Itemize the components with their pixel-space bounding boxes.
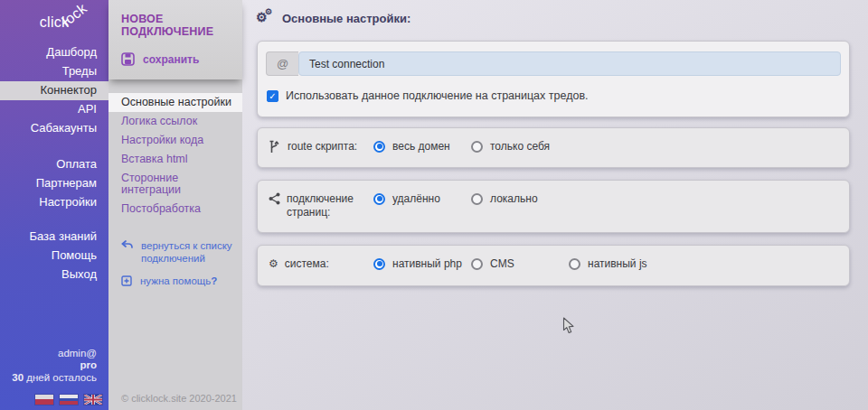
whole-domain-label: весь домен: [392, 140, 450, 153]
sidebar-item-knowledge-base[interactable]: База знаний: [0, 228, 108, 247]
account-email: admin@: [12, 348, 97, 360]
only-self-radio[interactable]: [471, 141, 483, 153]
system-options: нативный php CMS нативный js: [373, 257, 666, 270]
connection-name-input[interactable]: Test connection: [298, 51, 841, 76]
submenu-header: НОВОЕ ПОДКЛЮЧЕНИЕ сохранить: [108, 0, 242, 79]
only-self-label: только себя: [490, 140, 550, 153]
sidebar-item-payment[interactable]: Оплата: [0, 155, 108, 174]
save-button[interactable]: сохранить: [121, 52, 231, 66]
use-on-threads-checkbox[interactable]: [267, 90, 278, 102]
connection-name-panel: @ Test connection Использовать данное по…: [257, 41, 850, 117]
connection-name-group: @ Test connection: [266, 51, 841, 76]
save-icon: [121, 52, 135, 66]
days-text: дней осталось: [24, 372, 97, 383]
page-header: ⚙⚙ Основные настройки:: [242, 0, 868, 26]
page-connection-label-group: подключение страниц:: [269, 192, 373, 219]
days-number: 30: [12, 372, 24, 383]
need-help-link[interactable]: нужна помощь?: [121, 275, 233, 287]
plus-square-icon: [121, 275, 132, 286]
route-scope-label-group: route скрипта:: [269, 140, 373, 154]
page-connection-panel: подключение страниц: удалённо локально: [257, 180, 850, 233]
option-local[interactable]: локально: [471, 192, 569, 205]
submenu-item-postprocessing[interactable]: Постобработка: [108, 200, 242, 219]
clicklock-logo[interactable]: clicklock: [0, 0, 108, 40]
native-js-label: нативный js: [588, 257, 647, 270]
share-icon: [269, 192, 280, 205]
system-label-group: ⚙ система:: [269, 257, 373, 271]
system-panel: ⚙ система: нативный php CMS нативный js: [257, 245, 850, 286]
gear-icon: ⚙: [269, 257, 278, 271]
sidebar-item-subaccounts[interactable]: Сабакаунты: [0, 119, 108, 138]
remote-radio[interactable]: [373, 193, 385, 205]
save-button-label: сохранить: [143, 53, 199, 66]
back-to-list-link[interactable]: вернуться к списку подключений: [121, 239, 233, 265]
system-label: система:: [285, 257, 329, 271]
sidebar-item-dashboard[interactable]: Дашборд: [0, 43, 108, 62]
sidebar-item-partners[interactable]: Партнерам: [0, 174, 108, 193]
submenu-title: НОВОЕ ПОДКЛЮЧЕНИЕ: [121, 13, 231, 38]
gears-icon: ⚙⚙: [256, 10, 274, 26]
sidebar: clicklock Дашборд Треды Коннектор API Са…: [0, 0, 108, 410]
sidebar-item-settings[interactable]: Настройки: [0, 193, 108, 212]
back-to-list-label: вернуться к списку подключений: [141, 239, 233, 265]
whole-domain-radio[interactable]: [373, 141, 385, 153]
sidebar-item-logout[interactable]: Выход: [0, 266, 108, 284]
route-scope-panel: route скрипта: весь домен только себя: [257, 127, 850, 168]
page-connection-options: удалённо локально: [373, 192, 569, 205]
need-help-label: нужна помощь?: [140, 275, 217, 287]
submenu-links: вернуться к списку подключений нужна пом…: [108, 239, 242, 287]
option-native-js[interactable]: нативный js: [569, 257, 666, 270]
route-scope-options: весь домен только себя: [373, 140, 569, 153]
language-switcher: [35, 395, 102, 405]
copyright-text: © clicklock.site 2020-2021: [121, 393, 237, 404]
use-on-threads-label: Использовать данное подключение на стран…: [286, 89, 589, 102]
option-remote[interactable]: удалённо: [373, 192, 471, 205]
sidebar-item-threads[interactable]: Треды: [0, 62, 108, 81]
submenu-item-integrations[interactable]: Сторонние интеграции: [108, 169, 242, 200]
use-on-threads-option[interactable]: Использовать данное подключение на стран…: [267, 89, 849, 102]
submenu-item-html-insert[interactable]: Вставка html: [108, 150, 242, 169]
cms-label: CMS: [490, 257, 514, 270]
local-radio[interactable]: [471, 193, 483, 205]
submenu-list: Основные настройки Логика ссылок Настрой…: [108, 93, 242, 219]
uk-flag[interactable]: [84, 395, 102, 405]
main-content: ⚙⚙ Основные настройки: @ Test connection…: [242, 0, 868, 410]
undo-arrow-icon: [121, 240, 133, 250]
native-php-radio[interactable]: [373, 258, 385, 270]
remote-label: удалённо: [392, 192, 440, 205]
sidebar-item-connector[interactable]: Коннектор: [0, 81, 108, 100]
local-label: локально: [490, 192, 538, 205]
submenu-item-code-settings[interactable]: Настройки кода: [108, 131, 242, 150]
option-whole-domain[interactable]: весь домен: [373, 140, 471, 153]
submenu-item-basic-settings[interactable]: Основные настройки: [108, 93, 242, 112]
page-connection-label: подключение страниц:: [287, 192, 359, 219]
option-only-self[interactable]: только себя: [471, 140, 569, 153]
sidebar-nav: Дашборд Треды Коннектор API Сабакаунты О…: [0, 43, 108, 284]
connection-submenu: НОВОЕ ПОДКЛЮЧЕНИЕ сохранить Основные нас…: [108, 0, 242, 410]
route-icon: [269, 140, 281, 154]
mouse-cursor: [562, 317, 575, 335]
cms-radio[interactable]: [471, 258, 483, 270]
at-sign-icon: @: [266, 51, 298, 76]
route-scope-label: route скрипта:: [288, 140, 357, 154]
poland-flag[interactable]: [35, 395, 53, 405]
sidebar-item-help[interactable]: Помощь: [0, 247, 108, 266]
page-title: Основные настройки:: [282, 12, 410, 25]
account-days-left: 30 дней осталось: [12, 372, 97, 385]
russia-flag[interactable]: [60, 395, 78, 405]
native-php-label: нативный php: [392, 257, 462, 270]
native-js-radio[interactable]: [569, 258, 580, 270]
account-plan: pro: [12, 359, 97, 372]
option-cms[interactable]: CMS: [471, 257, 569, 270]
option-native-php[interactable]: нативный php: [373, 257, 471, 270]
account-info: admin@ pro 30 дней осталось: [12, 348, 97, 385]
submenu-item-link-logic[interactable]: Логика ссылок: [108, 112, 242, 131]
sidebar-item-api[interactable]: API: [0, 100, 108, 119]
